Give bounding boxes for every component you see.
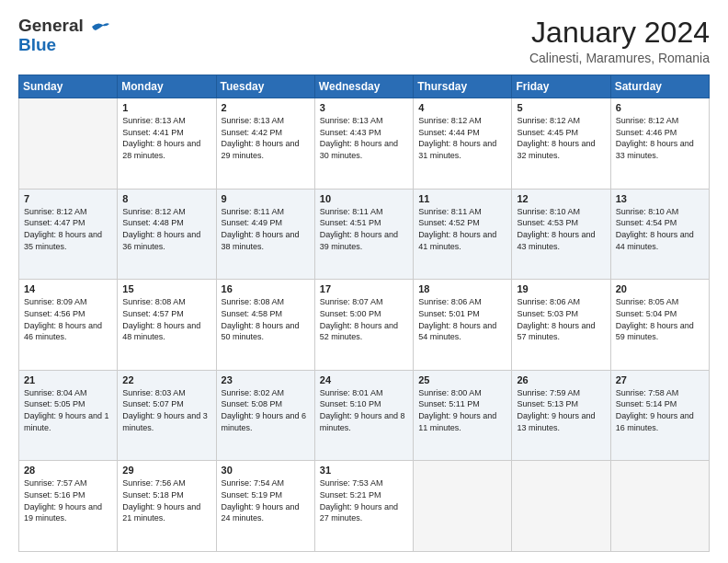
- calendar-week-1: 1Sunrise: 8:13 AMSunset: 4:41 PMDaylight…: [19, 98, 710, 190]
- calendar-cell: 7Sunrise: 8:12 AMSunset: 4:47 PMDaylight…: [19, 189, 118, 280]
- day-number: 29: [122, 465, 210, 476]
- day-info: Sunrise: 8:06 AMSunset: 5:01 PMDaylight:…: [418, 296, 506, 342]
- header: General Blue January 2024 Calinesti, Mar…: [18, 17, 710, 65]
- day-info: Sunrise: 8:12 AMSunset: 4:45 PMDaylight:…: [517, 115, 605, 161]
- calendar-cell: 3Sunrise: 8:13 AMSunset: 4:43 PMDaylight…: [314, 98, 413, 190]
- logo: General Blue: [18, 17, 110, 55]
- day-number: 9: [222, 193, 310, 204]
- calendar-cell: 27Sunrise: 7:58 AMSunset: 5:14 PMDayligh…: [610, 370, 709, 461]
- day-number: 14: [24, 283, 112, 294]
- calendar-cell: 29Sunrise: 7:56 AMSunset: 5:18 PMDayligh…: [118, 461, 216, 552]
- day-info: Sunrise: 8:10 AMSunset: 4:54 PMDaylight:…: [616, 206, 704, 252]
- day-number: 17: [320, 283, 408, 294]
- day-info: Sunrise: 8:08 AMSunset: 4:58 PMDaylight:…: [222, 296, 310, 342]
- day-number: 22: [122, 374, 210, 385]
- day-info: Sunrise: 7:54 AMSunset: 5:19 PMDaylight:…: [222, 477, 310, 523]
- calendar-cell: 5Sunrise: 8:12 AMSunset: 4:45 PMDaylight…: [512, 98, 610, 190]
- day-info: Sunrise: 8:12 AMSunset: 4:48 PMDaylight:…: [122, 206, 210, 252]
- calendar-table: SundayMondayTuesdayWednesdayThursdayFrid…: [18, 75, 710, 552]
- calendar-cell: [414, 461, 512, 552]
- calendar-cell: 6Sunrise: 8:12 AMSunset: 4:46 PMDaylight…: [610, 98, 709, 190]
- day-info: Sunrise: 8:13 AMSunset: 4:42 PMDaylight:…: [222, 115, 310, 161]
- day-number: 12: [517, 193, 605, 204]
- calendar-cell: 4Sunrise: 8:12 AMSunset: 4:44 PMDaylight…: [414, 98, 512, 190]
- day-number: 19: [517, 283, 605, 294]
- calendar-cell: 21Sunrise: 8:04 AMSunset: 5:05 PMDayligh…: [19, 370, 118, 461]
- calendar-cell: 17Sunrise: 8:07 AMSunset: 5:00 PMDayligh…: [314, 280, 413, 371]
- day-number: 10: [320, 193, 408, 204]
- day-info: Sunrise: 7:58 AMSunset: 5:14 PMDaylight:…: [616, 387, 704, 433]
- day-number: 18: [418, 283, 506, 294]
- day-number: 8: [122, 193, 210, 204]
- day-info: Sunrise: 8:12 AMSunset: 4:44 PMDaylight:…: [418, 115, 506, 161]
- day-number: 6: [616, 102, 704, 113]
- calendar-cell: 8Sunrise: 8:12 AMSunset: 4:48 PMDaylight…: [118, 189, 216, 280]
- weekday-header-row: SundayMondayTuesdayWednesdayThursdayFrid…: [19, 75, 710, 98]
- weekday-header-wednesday: Wednesday: [314, 75, 413, 98]
- calendar-cell: 14Sunrise: 8:09 AMSunset: 4:56 PMDayligh…: [19, 280, 118, 371]
- day-info: Sunrise: 8:12 AMSunset: 4:46 PMDaylight:…: [616, 115, 704, 161]
- calendar-cell: 19Sunrise: 8:06 AMSunset: 5:03 PMDayligh…: [512, 280, 610, 371]
- day-info: Sunrise: 8:02 AMSunset: 5:08 PMDaylight:…: [222, 387, 310, 433]
- subtitle: Calinesti, Maramures, Romania: [529, 51, 710, 65]
- day-number: 2: [222, 102, 310, 113]
- day-info: Sunrise: 7:57 AMSunset: 5:16 PMDaylight:…: [24, 477, 112, 523]
- calendar-cell: 23Sunrise: 8:02 AMSunset: 5:08 PMDayligh…: [216, 370, 314, 461]
- day-info: Sunrise: 8:11 AMSunset: 4:49 PMDaylight:…: [222, 206, 310, 252]
- calendar-cell: 9Sunrise: 8:11 AMSunset: 4:49 PMDaylight…: [216, 189, 314, 280]
- day-info: Sunrise: 8:06 AMSunset: 5:03 PMDaylight:…: [517, 296, 605, 342]
- day-number: 16: [222, 283, 310, 294]
- day-info: Sunrise: 8:01 AMSunset: 5:10 PMDaylight:…: [320, 387, 408, 433]
- day-info: Sunrise: 8:10 AMSunset: 4:53 PMDaylight:…: [517, 206, 605, 252]
- day-number: 20: [616, 283, 704, 294]
- calendar-cell: 20Sunrise: 8:05 AMSunset: 5:04 PMDayligh…: [610, 280, 709, 371]
- logo-blue: Blue: [18, 36, 56, 55]
- day-number: 23: [222, 374, 310, 385]
- calendar-week-3: 14Sunrise: 8:09 AMSunset: 4:56 PMDayligh…: [19, 280, 710, 371]
- calendar-cell: 15Sunrise: 8:08 AMSunset: 4:57 PMDayligh…: [118, 280, 216, 371]
- day-number: 13: [616, 193, 704, 204]
- calendar-cell: 11Sunrise: 8:11 AMSunset: 4:52 PMDayligh…: [414, 189, 512, 280]
- day-number: 21: [24, 374, 112, 385]
- calendar-cell: 24Sunrise: 8:01 AMSunset: 5:10 PMDayligh…: [314, 370, 413, 461]
- calendar-cell: 26Sunrise: 7:59 AMSunset: 5:13 PMDayligh…: [512, 370, 610, 461]
- calendar-cell: 18Sunrise: 8:06 AMSunset: 5:01 PMDayligh…: [414, 280, 512, 371]
- title-block: January 2024 Calinesti, Maramures, Roman…: [529, 17, 710, 65]
- day-info: Sunrise: 8:11 AMSunset: 4:51 PMDaylight:…: [320, 206, 408, 252]
- day-number: 30: [222, 465, 310, 476]
- calendar-cell: 30Sunrise: 7:54 AMSunset: 5:19 PMDayligh…: [216, 461, 314, 552]
- day-number: 7: [24, 193, 112, 204]
- calendar-cell: [512, 461, 610, 552]
- day-info: Sunrise: 8:13 AMSunset: 4:41 PMDaylight:…: [122, 115, 210, 161]
- calendar-cell: 28Sunrise: 7:57 AMSunset: 5:16 PMDayligh…: [19, 461, 118, 552]
- calendar-cell: 2Sunrise: 8:13 AMSunset: 4:42 PMDaylight…: [216, 98, 314, 190]
- calendar-cell: 16Sunrise: 8:08 AMSunset: 4:58 PMDayligh…: [216, 280, 314, 371]
- day-info: Sunrise: 8:03 AMSunset: 5:07 PMDaylight:…: [122, 387, 210, 433]
- calendar-week-2: 7Sunrise: 8:12 AMSunset: 4:47 PMDaylight…: [19, 189, 710, 280]
- weekday-header-sunday: Sunday: [19, 75, 118, 98]
- day-number: 27: [616, 374, 704, 385]
- day-info: Sunrise: 7:53 AMSunset: 5:21 PMDaylight:…: [320, 477, 408, 523]
- day-number: 4: [418, 102, 506, 113]
- day-info: Sunrise: 8:12 AMSunset: 4:47 PMDaylight:…: [24, 206, 112, 252]
- day-info: Sunrise: 8:11 AMSunset: 4:52 PMDaylight:…: [418, 206, 506, 252]
- day-info: Sunrise: 8:07 AMSunset: 5:00 PMDaylight:…: [320, 296, 408, 342]
- day-number: 3: [320, 102, 408, 113]
- month-title: January 2024: [529, 17, 710, 49]
- logo-bird-icon: [90, 19, 110, 34]
- calendar-cell: 13Sunrise: 8:10 AMSunset: 4:54 PMDayligh…: [610, 189, 709, 280]
- day-number: 15: [122, 283, 210, 294]
- calendar-week-4: 21Sunrise: 8:04 AMSunset: 5:05 PMDayligh…: [19, 370, 710, 461]
- day-number: 11: [418, 193, 506, 204]
- day-info: Sunrise: 7:56 AMSunset: 5:18 PMDaylight:…: [122, 477, 210, 523]
- weekday-header-tuesday: Tuesday: [216, 75, 314, 98]
- day-number: 5: [517, 102, 605, 113]
- weekday-header-monday: Monday: [118, 75, 216, 98]
- calendar-cell: 31Sunrise: 7:53 AMSunset: 5:21 PMDayligh…: [314, 461, 413, 552]
- day-info: Sunrise: 8:05 AMSunset: 5:04 PMDaylight:…: [616, 296, 704, 342]
- calendar-cell: 1Sunrise: 8:13 AMSunset: 4:41 PMDaylight…: [118, 98, 216, 190]
- calendar-cell: [610, 461, 709, 552]
- day-info: Sunrise: 8:13 AMSunset: 4:43 PMDaylight:…: [320, 115, 408, 161]
- day-info: Sunrise: 7:59 AMSunset: 5:13 PMDaylight:…: [517, 387, 605, 433]
- weekday-header-thursday: Thursday: [414, 75, 512, 98]
